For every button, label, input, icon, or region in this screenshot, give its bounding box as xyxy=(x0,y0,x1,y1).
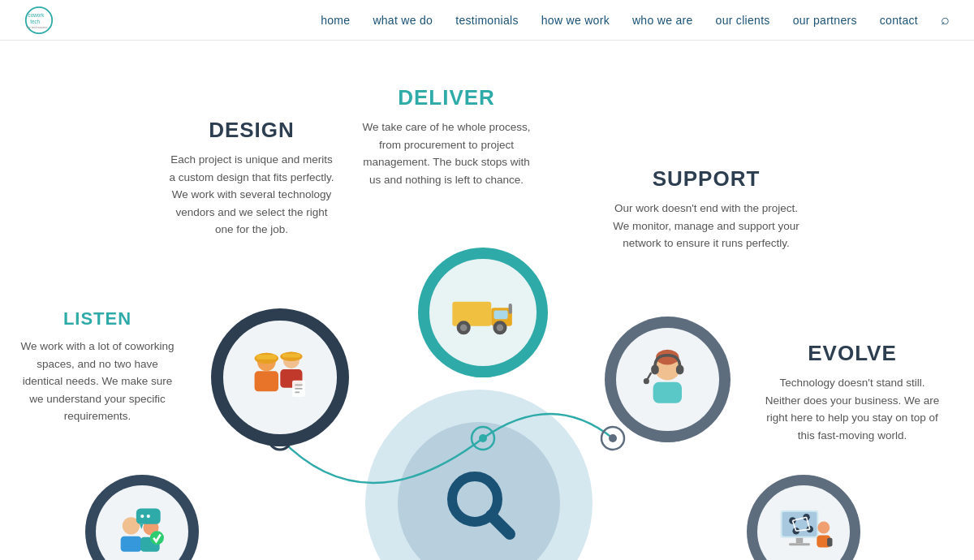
support-title: SUPPORT xyxy=(609,166,804,192)
svg-point-44 xyxy=(146,515,149,518)
design-icon xyxy=(244,341,317,415)
svg-rect-60 xyxy=(827,537,832,546)
support-description: Our work doesn't end with the project. W… xyxy=(609,200,804,252)
svg-text:tech: tech xyxy=(30,18,40,24)
svg-rect-22 xyxy=(453,302,492,326)
nav-testimonials[interactable]: testimonials xyxy=(455,14,519,27)
support-icon-circle xyxy=(616,328,719,431)
support-icon xyxy=(634,346,701,413)
nav-our-partners[interactable]: our partners xyxy=(793,14,857,27)
svg-point-36 xyxy=(644,378,649,384)
listen-icon-circle xyxy=(96,485,189,560)
svg-point-43 xyxy=(140,515,144,518)
deliver-icon-circle xyxy=(429,259,536,365)
nav-what-we-do[interactable]: what we do xyxy=(373,14,433,27)
evolve-icon xyxy=(774,502,834,560)
svg-text:cowork: cowork xyxy=(28,12,45,18)
design-icon-circle xyxy=(223,321,336,433)
bottom-magnifier-circle xyxy=(365,390,593,560)
svg-rect-17 xyxy=(282,354,300,358)
nav-who-we-are[interactable]: who we are xyxy=(632,14,693,27)
nav-contact[interactable]: contact xyxy=(880,14,918,27)
nav-home[interactable]: home xyxy=(321,14,350,27)
svg-rect-29 xyxy=(509,304,512,314)
design-bubble xyxy=(211,308,349,446)
nav-our-clients[interactable]: our clients xyxy=(716,14,770,27)
svg-rect-57 xyxy=(789,543,810,545)
svg-point-26 xyxy=(460,325,468,332)
search-button[interactable]: ⌕ xyxy=(941,11,950,28)
listen-title: LISTEN xyxy=(16,308,179,330)
evolve-description: Technology doesn't stand still. Neither … xyxy=(763,374,942,444)
svg-line-35 xyxy=(648,373,652,379)
listen-section: LISTEN We work with a lot of coworking s… xyxy=(16,308,179,425)
svg-rect-32 xyxy=(653,382,682,403)
svg-rect-38 xyxy=(120,536,141,551)
svg-point-8 xyxy=(601,427,624,450)
svg-text:by techsavers: by techsavers xyxy=(28,24,48,28)
listen-description: We work with a lot of coworking spaces, … xyxy=(16,338,179,425)
header: cowork tech by techsavers home what we d… xyxy=(0,0,974,41)
magnifier-icon xyxy=(438,463,519,544)
evolve-title: EVOLVE xyxy=(763,341,942,366)
deliver-section: DELIVER We take care of he whole process… xyxy=(357,85,536,188)
design-section: DESIGN Each project is unique and merits… xyxy=(166,118,337,239)
support-bubble xyxy=(605,317,730,442)
deliver-description: We take care of he whole process, from p… xyxy=(357,118,536,188)
design-description: Each project is unique and merits a cust… xyxy=(166,151,337,239)
evolve-bubble xyxy=(747,475,860,560)
main-content: DELIVER We take care of he whole process… xyxy=(0,41,974,560)
svg-rect-47 xyxy=(782,511,817,536)
deliver-title: DELIVER xyxy=(357,85,536,110)
evolve-section: EVOLVE Technology doesn't stand still. N… xyxy=(763,341,942,444)
support-section: SUPPORT Our work doesn't end with the pr… xyxy=(609,166,804,252)
nav-how-we-work[interactable]: how we work xyxy=(541,14,610,27)
logo-icon: cowork tech by techsavers xyxy=(24,6,54,35)
svg-point-58 xyxy=(817,521,830,533)
svg-point-9 xyxy=(609,434,617,442)
evolve-icon-circle xyxy=(757,485,851,560)
logo: cowork tech by techsavers xyxy=(24,6,54,35)
design-title: DESIGN xyxy=(166,118,337,143)
svg-rect-56 xyxy=(795,537,803,542)
listen-bubble xyxy=(85,475,199,560)
bottom-magnifier-inner xyxy=(398,422,560,560)
main-nav: home what we do testimonials how we work… xyxy=(321,11,950,28)
svg-rect-24 xyxy=(494,311,508,320)
deliver-icon xyxy=(448,278,517,347)
svg-marker-42 xyxy=(140,523,143,528)
deliver-bubble xyxy=(418,248,548,377)
svg-rect-13 xyxy=(256,355,277,360)
search-icon: ⌕ xyxy=(941,11,950,28)
svg-rect-11 xyxy=(254,371,278,391)
svg-rect-33 xyxy=(651,365,658,375)
svg-point-45 xyxy=(150,531,164,545)
listen-icon xyxy=(112,502,173,560)
svg-point-28 xyxy=(497,325,504,332)
svg-rect-34 xyxy=(676,365,683,375)
svg-line-62 xyxy=(491,515,510,534)
